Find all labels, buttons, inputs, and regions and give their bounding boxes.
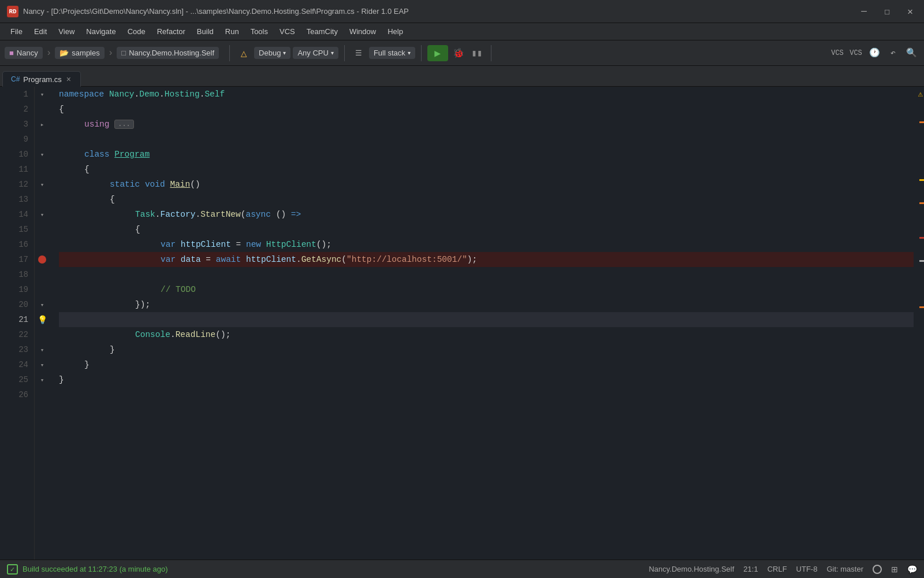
line-num-26: 26 [0, 387, 34, 402]
history-icon[interactable]: 🕐 [866, 45, 882, 61]
menu-bar: File Edit View Navigate Code Refactor Bu… [0, 23, 924, 40]
vcs-icon-2[interactable]: VCS [848, 45, 864, 61]
toolbar: ■ Nancy › 📂 samples › □ Nancy.Demo.Hosti… [0, 40, 924, 66]
debug-button[interactable]: 🐞 [450, 45, 467, 61]
line-num-11: 11 [0, 162, 34, 177]
pause-button[interactable]: ▮▮ [469, 45, 485, 61]
line-num-22: 22 [0, 327, 34, 342]
close-button[interactable]: ✕ [903, 6, 917, 17]
code-line-10: class Program [59, 147, 914, 162]
line-num-19: 19 [0, 282, 34, 297]
fold-icon-using[interactable]: ▸ [40, 121, 44, 128]
menu-edit[interactable]: Edit [28, 25, 53, 38]
encoding: UTF-8 [796, 565, 818, 573]
nancy-icon: ■ [9, 49, 14, 57]
code-line-25: } [59, 372, 914, 387]
debug-chevron-icon: ▾ [283, 50, 286, 56]
menu-file[interactable]: File [5, 25, 28, 38]
gutter-15 [35, 222, 50, 237]
kw-namespace: namespace [59, 90, 104, 99]
gutter-25: ▾ [35, 372, 50, 387]
run-button[interactable]: ▶ [427, 45, 448, 61]
toolbar-separator-4 [491, 45, 491, 61]
gutter-1: ▾ [35, 87, 50, 102]
title-bar-controls: — ☐ ✕ [857, 6, 917, 17]
maximize-button[interactable]: ☐ [880, 6, 894, 17]
fold-icon-23[interactable]: ▾ [40, 346, 44, 354]
breadcrumb-separator-2: › [108, 48, 114, 58]
tab-file-icon: C# [11, 75, 20, 83]
debug-label: Debug [259, 49, 281, 57]
code-line-14: Task . Factory . StartNew ( async () => [59, 207, 914, 222]
status-bar-left: ✓ Build succeeded at 11:27:23 (a minute … [7, 565, 168, 573]
fold-icon-block[interactable]: ▾ [40, 301, 44, 309]
status-bar-right: Nancy.Demo.Hosting.Self 21:1 CRLF UTF-8 … [649, 565, 917, 574]
minimize-button[interactable]: — [857, 6, 871, 17]
search-icon[interactable]: 🔍 [903, 45, 919, 61]
fold-icon-class[interactable]: ▾ [40, 151, 44, 158]
menu-code[interactable]: Code [122, 25, 151, 38]
line-num-15: 15 [0, 222, 34, 237]
right-scrollbar[interactable]: ⚠ [914, 87, 924, 560]
gutter-13 [35, 192, 50, 207]
vcs-status[interactable]: Git: master [826, 565, 863, 573]
line-num-16: 16 [0, 237, 34, 252]
tab-close-button[interactable]: × [65, 75, 72, 84]
gutter-21: 💡 [35, 312, 50, 327]
bulb-icon-21[interactable]: 💡 [38, 315, 47, 325]
gutter-24: ▾ [35, 357, 50, 372]
menu-run[interactable]: Run [219, 25, 245, 38]
menu-vcs[interactable]: VCS [274, 25, 301, 38]
chat-icon: 💬 [907, 565, 917, 574]
vcs-icon-1[interactable]: VCS [829, 45, 845, 61]
cpu-dropdown[interactable]: Any CPU ▾ [293, 47, 338, 59]
stack-icon-btn[interactable]: ☰ [351, 45, 367, 61]
code-line-21 [59, 312, 914, 327]
fold-icon-lambda[interactable]: ▾ [40, 211, 44, 218]
stack-dropdown[interactable]: Full stack ▾ [369, 47, 415, 59]
menu-window[interactable]: Window [344, 25, 382, 38]
project-label: Nancy.Demo.Hosting.Self [129, 49, 214, 57]
menu-view[interactable]: View [53, 25, 80, 38]
margin-mark-4 [919, 237, 924, 239]
code-editor[interactable]: namespace Nancy . Demo . Hosting . Self … [50, 87, 914, 560]
toolbar-separator-2 [344, 45, 345, 61]
code-line-19: // TODO [59, 282, 914, 297]
gutter-17 [35, 252, 50, 267]
fold-icon-24[interactable]: ▾ [40, 361, 44, 369]
code-line-24: } [59, 357, 914, 372]
gutter-10: ▾ [35, 147, 50, 162]
code-line-9 [59, 132, 914, 147]
editor-tab-program-cs[interactable]: C# Program.cs × [2, 71, 81, 87]
code-line-12: static void Main () [59, 177, 914, 192]
code-line-16: var httpClient = new HttpClient (); [59, 237, 914, 252]
menu-build[interactable]: Build [191, 25, 219, 38]
code-line-13: { [59, 192, 914, 207]
line-num-12: 12 [0, 177, 34, 192]
breadcrumb-samples[interactable]: 📂 samples [55, 47, 104, 59]
fold-icon-namespace[interactable]: ▾ [40, 91, 44, 98]
breadcrumb-nancy[interactable]: ■ Nancy [5, 47, 43, 59]
menu-tools[interactable]: Tools [245, 25, 274, 38]
line-endings: CRLF [767, 565, 787, 573]
fold-using-block[interactable]: ... [114, 120, 134, 129]
breakpoint-17[interactable] [38, 255, 46, 264]
debug-dropdown[interactable]: Debug ▾ [254, 47, 290, 59]
menu-teamcity[interactable]: TeamCity [301, 25, 344, 38]
gutter-22 [35, 327, 50, 342]
menu-help[interactable]: Help [382, 25, 409, 38]
menu-refactor[interactable]: Refactor [151, 25, 191, 38]
menu-navigate[interactable]: Navigate [80, 25, 121, 38]
undo-icon[interactable]: ↶ [885, 45, 901, 61]
line-num-2: 2 [0, 102, 34, 117]
margin-mark-cursor [919, 260, 924, 262]
code-line-11: { [59, 162, 914, 177]
gutter-16 [35, 237, 50, 252]
code-line-23: } [59, 342, 914, 357]
breadcrumb-project[interactable]: □ Nancy.Demo.Hosting.Self [117, 47, 219, 59]
deploy-icon-btn[interactable]: △ [236, 45, 252, 61]
code-line-1: namespace Nancy . Demo . Hosting . Self [59, 87, 914, 102]
fold-icon-25[interactable]: ▾ [40, 376, 44, 384]
folder-icon: 📂 [59, 49, 69, 57]
fold-icon-method[interactable]: ▾ [40, 181, 44, 188]
